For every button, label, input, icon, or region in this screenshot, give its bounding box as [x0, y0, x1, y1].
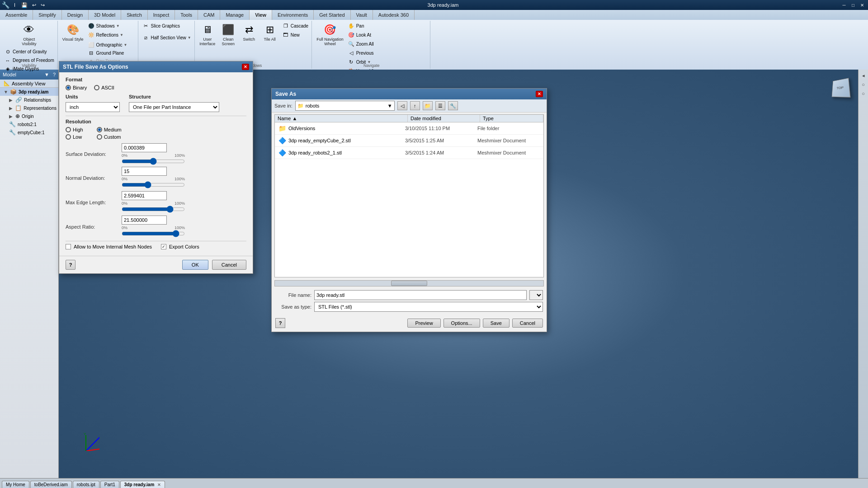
ribbon-item-object-visibility[interactable]: 👁 ObjectVisibility: [3, 22, 56, 47]
tab-close-icon[interactable]: ✕: [157, 483, 161, 487]
visibility-group-label: Visibility: [1, 63, 57, 68]
orthographic-label: Orthographic: [96, 42, 123, 47]
tree-item-root[interactable]: ▼ 📦 3dp ready.iam: [0, 88, 58, 96]
ribbon-item-pan[interactable]: ✋ Pan: [346, 22, 381, 30]
ribbon-item-previous[interactable]: ◁ Previous: [346, 49, 381, 57]
shadows-dropdown[interactable]: ▼: [116, 24, 120, 28]
tree-expand-icon[interactable]: ▼: [4, 89, 8, 94]
tree-item-representations[interactable]: ▶ 📋 Representations: [0, 104, 58, 112]
tab-part1[interactable]: Part1: [100, 481, 119, 488]
tab-robots-ipt[interactable]: robots.ipt: [73, 481, 99, 488]
ribbon-item-center-gravity[interactable]: ⊙ Center of Gravity: [3, 48, 56, 56]
ribbon-item-reflections[interactable]: 🔆 Reflections ▼: [86, 31, 136, 39]
tab-my-home[interactable]: My Home: [2, 481, 29, 488]
orthographic-dropdown[interactable]: ▼: [123, 43, 127, 47]
tab-cam[interactable]: CAM: [198, 10, 220, 20]
ribbon-item-visual-style[interactable]: 🎨 Visual Style: [61, 22, 85, 43]
ribbon-item-look-at[interactable]: 🎯 Look At: [346, 31, 381, 39]
tab-inspect[interactable]: Inspect: [148, 10, 175, 20]
view-cube[interactable]: TOP: [826, 74, 854, 101]
close-button[interactable]: ✕: [858, 1, 866, 9]
stl-cancel-button[interactable]: Cancel: [212, 260, 246, 270]
tab-design[interactable]: Design: [62, 10, 89, 20]
tab-assemble[interactable]: Assemble: [0, 10, 33, 20]
normal-deviation-input[interactable]: [122, 167, 167, 176]
tobederived-label: toBeDerived.iam: [34, 482, 68, 487]
aspect-ratio-slider[interactable]: [122, 230, 185, 237]
right-panel-btn-3[interactable]: ○: [859, 89, 868, 98]
max-edge-length-input[interactable]: [122, 191, 167, 200]
stl-ok-button[interactable]: OK: [182, 260, 208, 270]
stl-dialog-title[interactable]: STL File Save As Options ✕: [59, 61, 253, 72]
reflections-dropdown[interactable]: ▼: [120, 33, 123, 37]
ribbon-item-ground-plane[interactable]: ⊟ Ground Plane: [86, 49, 136, 57]
right-panel-btn-2[interactable]: ○: [859, 80, 868, 89]
maximize-button[interactable]: □: [849, 1, 857, 9]
tab-tobederived[interactable]: toBeDerived.iam: [30, 481, 72, 488]
right-panel-btn-1[interactable]: ◂: [859, 71, 868, 80]
normal-deviation-slider[interactable]: [122, 181, 185, 188]
ribbon-item-zoom-all[interactable]: 🔍 Zoom All: [346, 40, 381, 48]
tree-item-robots[interactable]: 🔧 robots2:1: [0, 120, 58, 128]
export-colors-checkbox[interactable]: ✓ Export Colors: [161, 244, 199, 249]
robots-ipt-label: robots.ipt: [77, 482, 95, 487]
ribbon-item-cascade[interactable]: ❐ Cascade: [281, 22, 310, 30]
tab-tools[interactable]: Tools: [175, 10, 198, 20]
tab-manage[interactable]: Manage: [220, 10, 250, 20]
file-menu[interactable]: I: [11, 2, 18, 8]
quick-access-redo[interactable]: ↪: [39, 2, 46, 8]
tree-item-emptycube[interactable]: 🔧 emptyCube:1: [0, 128, 58, 136]
tab-view[interactable]: View: [250, 10, 272, 20]
ascii-radio[interactable]: ASCII: [94, 85, 114, 90]
binary-radio[interactable]: Binary: [66, 85, 87, 90]
tree-item-relationships[interactable]: ▶ 🔗 Relationships: [0, 96, 58, 104]
max-edge-length-slider[interactable]: [122, 206, 185, 213]
medium-radio[interactable]: Medium: [97, 127, 122, 132]
pan-label: Pan: [356, 23, 364, 28]
custom-radio[interactable]: Custom: [97, 134, 122, 140]
ribbon-item-new[interactable]: 🗔 New: [281, 31, 310, 39]
ribbon-item-user-interface[interactable]: 🖥 UserInterface: [198, 22, 217, 47]
ribbon-item-orthographic[interactable]: ⬜ Orthographic ▼: [86, 41, 136, 49]
assembly-view-item[interactable]: 📐 Assembly View: [0, 80, 58, 88]
surface-deviation-input[interactable]: [122, 143, 167, 152]
stl-dialog-close-button[interactable]: ✕: [242, 64, 249, 70]
max-edge-length-container: 0%100%: [122, 191, 246, 214]
aspect-ratio-input[interactable]: [122, 216, 167, 225]
ribbon-item-slice-graphics[interactable]: ✂ Slice Graphics: [141, 22, 193, 30]
quick-access-undo[interactable]: ↩: [31, 2, 38, 8]
tab-simplify[interactable]: Simplify: [33, 10, 62, 20]
stl-options-dialog[interactable]: STL File Save As Options ✕ Format Binary…: [59, 61, 253, 274]
tree-expand-origin[interactable]: ▶: [9, 114, 14, 119]
tab-vault[interactable]: Vault: [351, 10, 373, 20]
ribbon-item-clean-screen[interactable]: ⬛ CleanScreen: [218, 22, 238, 47]
quick-access-save[interactable]: 💾: [20, 2, 29, 8]
high-radio[interactable]: High: [66, 127, 83, 132]
tab-sketch[interactable]: Sketch: [121, 10, 148, 20]
format-section: Format Binary ASCII: [66, 77, 246, 90]
tab-autodesk360[interactable]: Autodesk 360: [373, 10, 415, 20]
ribbon-item-full-navigation-wheel[interactable]: 🎯 Full NavigationWheel: [315, 22, 345, 47]
stl-help-button[interactable]: ?: [66, 260, 75, 270]
tab-get-started[interactable]: Get Started: [314, 10, 350, 20]
allow-move-checkbox[interactable]: Allow to Move Internal Mesh Nodes: [66, 244, 152, 249]
tree-expand-relationships[interactable]: ▶: [9, 98, 14, 103]
minimize-button[interactable]: ─: [840, 1, 848, 9]
tree-item-origin[interactable]: ▶ ⊕ Origin: [0, 112, 58, 120]
ribbon-item-tile-all[interactable]: ⊞ Tile All: [260, 22, 280, 43]
ribbon-item-switch[interactable]: ⇄ Switch: [239, 22, 259, 43]
stl-dialog-buttons: ? OK Cancel: [59, 256, 253, 273]
surface-deviation-slider[interactable]: [122, 158, 185, 165]
tab-3dmodel[interactable]: 3D Model: [89, 10, 121, 20]
ribbon-item-half-section[interactable]: ⧄ Half Section View ▼: [141, 33, 193, 42]
center-gravity-icon: ⊙: [4, 48, 11, 56]
low-radio[interactable]: Low: [66, 134, 83, 140]
ribbon-item-shadows[interactable]: 🌑 Shadows ▼: [86, 22, 136, 30]
units-select[interactable]: inch: [66, 102, 120, 112]
tab-environments[interactable]: Environments: [272, 10, 314, 20]
tab-3dp-ready[interactable]: 3dp ready.iam ✕: [120, 481, 165, 488]
structure-select[interactable]: One File per Part Instance: [129, 102, 219, 112]
cube-face-top[interactable]: TOP: [832, 78, 851, 97]
half-section-dropdown[interactable]: ▼: [188, 36, 191, 40]
tree-expand-representations[interactable]: ▶: [9, 106, 13, 111]
